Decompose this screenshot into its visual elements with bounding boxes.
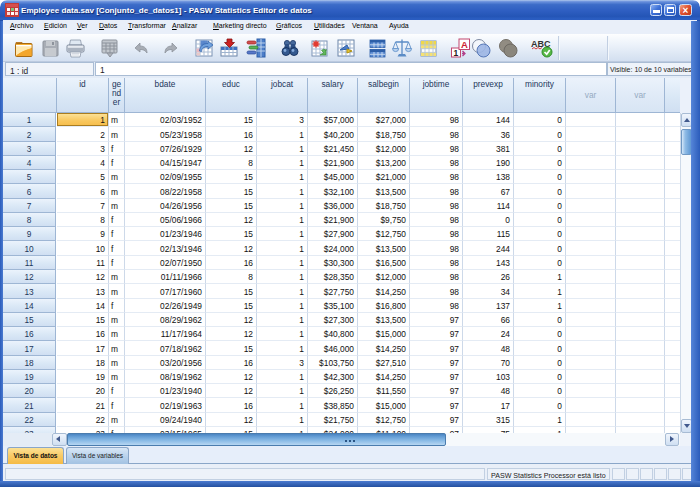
svg-text:1: 1: [454, 48, 459, 58]
svg-text:A: A: [461, 39, 468, 50]
